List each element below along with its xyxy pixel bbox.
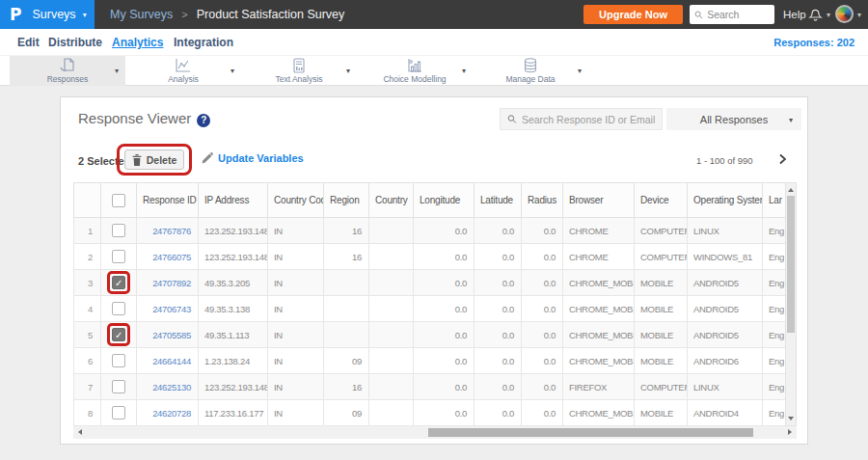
- cell-ip-address: 49.35.3.205: [199, 270, 268, 296]
- cell-country-code: IN: [268, 296, 324, 322]
- response-id-link[interactable]: 24664144: [152, 356, 191, 366]
- column-header-response-id[interactable]: Response ID: [137, 183, 199, 218]
- notifications-bell-icon[interactable]: [808, 7, 823, 26]
- cell-longitude: 0.0: [414, 244, 475, 270]
- page-title-text: Response Viewer: [78, 110, 191, 126]
- cell-radius: 0.0: [522, 374, 563, 400]
- nav-integration[interactable]: Integration: [174, 36, 233, 49]
- row-checkbox-cell: [101, 296, 137, 322]
- global-search-input[interactable]: [707, 9, 770, 20]
- cell-browser: CHROME_MOBILE: [563, 270, 635, 296]
- scroll-down-icon[interactable]: [788, 417, 794, 420]
- toolbar-tab-choice-modelling[interactable]: Choice Modelling ▾: [357, 56, 473, 86]
- column-header-ip-address[interactable]: IP Address: [199, 183, 268, 218]
- column-header-region[interactable]: Region: [324, 183, 369, 218]
- cell-language: Eng: [763, 270, 786, 296]
- cell-response-id: 24706743: [137, 296, 199, 322]
- chevron-down-icon[interactable]: ▾: [346, 67, 350, 75]
- response-id-link[interactable]: 24766075: [152, 252, 191, 262]
- chevron-down-icon[interactable]: ▾: [115, 67, 119, 75]
- column-header-lar[interactable]: Lar: [763, 183, 786, 218]
- scroll-left-icon[interactable]: [78, 429, 82, 435]
- scroll-right-icon[interactable]: [788, 429, 792, 435]
- response-id-link[interactable]: 24767876: [152, 226, 191, 236]
- row-checkbox[interactable]: [112, 250, 125, 263]
- column-header-longitude[interactable]: Longitude: [414, 183, 475, 218]
- cell-longitude: 0.0: [414, 374, 475, 400]
- next-page-icon[interactable]: [778, 151, 787, 169]
- vertical-scrollbar[interactable]: [785, 182, 797, 426]
- search-icon: [694, 10, 703, 20]
- cell-country: [369, 270, 414, 296]
- cell-ip-address: 1.23.138.24: [199, 348, 268, 374]
- response-id-link[interactable]: 24707892: [152, 278, 191, 288]
- row-checkbox-cell: [101, 322, 137, 348]
- nav-distribute[interactable]: Distribute: [48, 36, 102, 49]
- row-checkbox[interactable]: [112, 354, 125, 367]
- toolbar-tab-label: Choice Modelling: [357, 74, 473, 84]
- account-caret-icon[interactable]: ▾: [857, 11, 861, 19]
- top-navbar: P Surveys ▾ My Surveys > Product Satisfa…: [0, 0, 868, 29]
- global-search: [690, 5, 774, 24]
- chevron-down-icon[interactable]: ▾: [578, 67, 582, 75]
- cell-ip-address: 123.252.193.148: [199, 218, 268, 244]
- column-header-radius[interactable]: Radius: [522, 183, 563, 218]
- column-header-operating-system[interactable]: Operating System: [688, 183, 763, 218]
- scroll-up-icon[interactable]: [788, 188, 794, 192]
- response-id-link[interactable]: 24620728: [152, 408, 191, 419]
- chevron-down-icon[interactable]: ▾: [462, 67, 466, 75]
- update-variables-link[interactable]: Update Variables: [202, 152, 304, 164]
- breadcrumb-my-surveys[interactable]: My Surveys: [110, 8, 173, 21]
- notifications-caret-icon[interactable]: ▾: [827, 11, 830, 19]
- update-variables-label: Update Variables: [218, 152, 304, 164]
- response-id-link[interactable]: 24625130: [152, 382, 191, 392]
- cell-language: Eng: [763, 348, 786, 374]
- surveys-menu[interactable]: P Surveys ▾: [0, 0, 95, 29]
- response-search-input[interactable]: [522, 114, 655, 125]
- account-avatar[interactable]: [835, 5, 854, 23]
- response-id-link[interactable]: 24705585: [152, 330, 191, 340]
- cell-operating-system: ANDROID5: [688, 270, 763, 296]
- cell-region: [324, 270, 369, 296]
- toolbar-tab-analysis[interactable]: Analysis ▾: [125, 56, 241, 86]
- chevron-down-icon[interactable]: ▾: [231, 67, 234, 75]
- select-all-checkbox[interactable]: [112, 194, 125, 207]
- vertical-scrollbar-thumb[interactable]: [787, 196, 795, 333]
- horizontal-scrollbar-thumb[interactable]: [428, 428, 753, 437]
- cell-response-id: 24664144: [137, 348, 199, 374]
- help-link[interactable]: Help: [783, 9, 806, 20]
- nav-edit[interactable]: Edit: [17, 36, 40, 49]
- toolbar-tab-responses[interactable]: Responses ▾: [10, 56, 125, 86]
- toolbar-tab-manage-data[interactable]: Manage Data ▾: [473, 56, 588, 86]
- responses-filter-dropdown[interactable]: All Responses ▾: [666, 108, 801, 130]
- delete-button[interactable]: Delete: [124, 149, 184, 170]
- row-checkbox[interactable]: [112, 224, 125, 237]
- search-icon: [507, 114, 517, 124]
- cell-language: Eng: [763, 322, 786, 348]
- cell-ip-address: 49.35.3.138: [199, 296, 268, 322]
- cell-browser: CHROME_MOBILE: [563, 322, 635, 348]
- column-header-device[interactable]: Device: [635, 183, 688, 218]
- response-id-link[interactable]: 24706743: [152, 304, 191, 314]
- cell-country-code: IN: [268, 244, 324, 270]
- row-number: 6: [74, 348, 101, 374]
- cell-longitude: 0.0: [414, 270, 475, 296]
- column-header-country[interactable]: Country: [369, 183, 414, 218]
- row-checkbox[interactable]: [112, 406, 125, 419]
- column-header-latitude[interactable]: Latitude: [475, 183, 522, 218]
- column-header-country-code[interactable]: Country Code: [268, 183, 324, 218]
- row-checkbox[interactable]: [112, 276, 125, 289]
- upgrade-now-button[interactable]: Upgrade Now: [583, 5, 683, 24]
- cell-country: [369, 296, 414, 322]
- toolbar-tab-text-analysis[interactable]: Text Analysis ▾: [241, 56, 357, 86]
- page-background: Response Viewer? All Responses ▾ 2 Selec…: [0, 86, 868, 460]
- row-checkbox[interactable]: [112, 302, 125, 315]
- row-checkbox[interactable]: [112, 328, 125, 341]
- table-row: 6246641441.23.138.24IN090.00.00.0CHROME_…: [74, 348, 786, 374]
- nav-analytics[interactable]: Analytics: [112, 36, 163, 49]
- row-checkbox[interactable]: [112, 380, 125, 393]
- help-icon[interactable]: ?: [197, 114, 210, 127]
- horizontal-scrollbar[interactable]: [73, 426, 797, 439]
- column-header-browser[interactable]: Browser: [563, 183, 635, 218]
- responses-counter[interactable]: Responses: 202: [773, 37, 854, 48]
